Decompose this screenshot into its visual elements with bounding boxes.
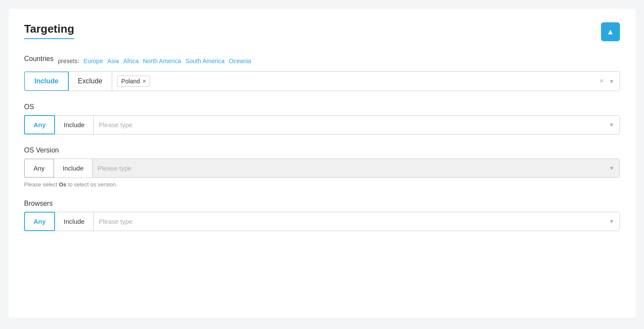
browsers-dropdown-icon[interactable]: ▼ (609, 218, 614, 225)
preset-africa[interactable]: Africa (123, 58, 139, 64)
browsers-field[interactable]: Please type ▼ (93, 212, 619, 231)
browsers-input-row: Any Include Please type ▼ (24, 212, 620, 231)
preset-europe[interactable]: Europe (83, 58, 103, 64)
preset-asia[interactable]: Asia (107, 58, 119, 64)
countries-field[interactable]: Poland × × ▼ (112, 72, 619, 91)
countries-dropdown-button[interactable]: ▼ (609, 78, 614, 85)
upload-button[interactable]: ▲ (601, 22, 620, 41)
os-placeholder: Please type (99, 121, 132, 128)
poland-tag: Poland × (117, 76, 150, 87)
os-input-row: Any Include Please type ▼ (24, 115, 620, 134)
browsers-section: Browsers Any Include Please type ▼ (24, 200, 620, 231)
preset-south-america[interactable]: South America (185, 58, 224, 64)
browsers-label: Browsers (24, 200, 620, 207)
presets-label: presets: (58, 58, 79, 64)
os-version-hint: Please select Os to select os version. (24, 181, 620, 188)
os-version-section: OS Version Any Include Please type ▼ Ple… (24, 146, 620, 188)
os-section: OS Any Include Please type ▼ (24, 103, 620, 134)
os-version-any-button[interactable]: Any (24, 158, 54, 178)
countries-exclude-button[interactable]: Exclude (68, 72, 112, 91)
countries-input-row: Include Exclude Poland × × ▼ (24, 71, 620, 91)
os-version-input-row: Any Include Please type ▼ (24, 158, 620, 178)
preset-oceania[interactable]: Oceania (229, 58, 251, 64)
os-version-hint-bold: Os (59, 181, 66, 188)
page-title: Targeting (24, 22, 74, 39)
browsers-any-button[interactable]: Any (24, 212, 55, 231)
browsers-placeholder: Please type (99, 218, 132, 225)
os-version-placeholder: Please type (98, 164, 131, 172)
os-version-hint-suffix: to select os version. (66, 181, 117, 188)
preset-north-america[interactable]: North America (143, 58, 181, 64)
os-any-button[interactable]: Any (24, 115, 55, 134)
countries-section: Countries presets: Europe Asia Africa No… (24, 55, 620, 91)
os-label: OS (24, 103, 620, 111)
os-version-label: OS Version (24, 146, 620, 154)
countries-label: Countries (24, 55, 53, 63)
poland-tag-remove[interactable]: × (143, 78, 146, 84)
os-include-button[interactable]: Include (55, 116, 93, 134)
browsers-include-button[interactable]: Include (55, 212, 93, 231)
os-version-field: Please type ▼ (92, 159, 619, 177)
os-dropdown-icon[interactable]: ▼ (609, 122, 614, 128)
os-version-include-button[interactable]: Include (54, 159, 92, 177)
poland-tag-label: Poland (121, 78, 140, 85)
os-version-dropdown-icon: ▼ (609, 165, 614, 171)
countries-clear-button[interactable]: × (600, 78, 604, 85)
os-field[interactable]: Please type ▼ (93, 116, 619, 134)
os-version-hint-prefix: Please select (24, 181, 59, 188)
countries-include-button[interactable]: Include (24, 71, 69, 91)
upload-icon: ▲ (607, 27, 614, 37)
